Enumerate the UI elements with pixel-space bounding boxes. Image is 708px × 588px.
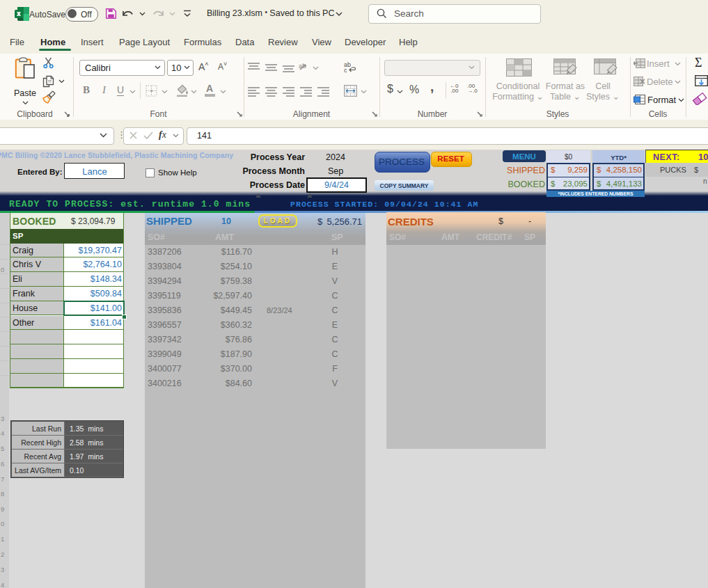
svg-text:c: c — [344, 67, 347, 73]
svg-text:ab: ab — [299, 63, 306, 70]
